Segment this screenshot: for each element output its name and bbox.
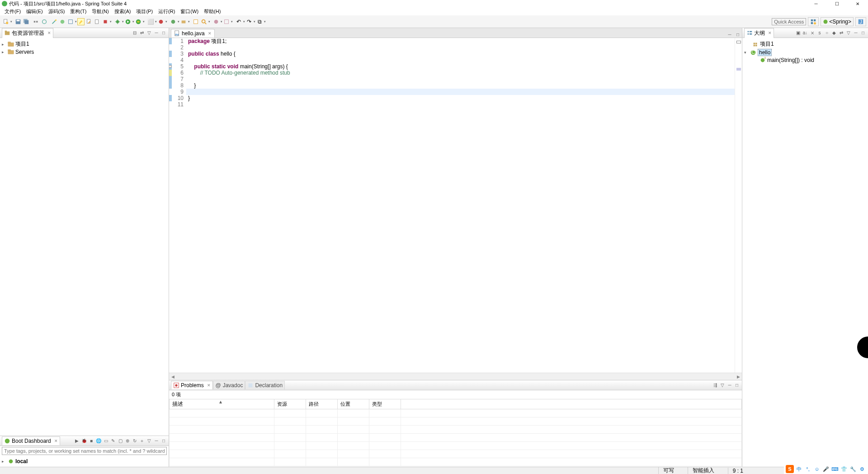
expand-icon[interactable]: ▸ <box>2 42 6 47</box>
boot-local-item[interactable]: ▸ local <box>2 458 167 465</box>
boot-filter-input[interactable] <box>2 447 167 455</box>
col-type[interactable]: 类型 <box>369 399 401 409</box>
stop-button[interactable] <box>102 18 109 25</box>
bd-filter-button[interactable]: ⊕ <box>124 438 131 444</box>
open-perspective-button[interactable] <box>808 17 819 26</box>
expand-icon[interactable]: ▸ <box>2 50 6 54</box>
maximize-view-button[interactable]: □ <box>160 438 167 444</box>
new-package-button[interactable] <box>180 18 187 25</box>
hide-static-button[interactable]: s <box>816 30 823 36</box>
hide-nonpublic-button[interactable]: ○ <box>824 30 830 36</box>
minimize-view-button[interactable]: ─ <box>153 30 160 36</box>
scroll-right-icon[interactable]: ▶ <box>735 374 742 379</box>
dropdown-icon[interactable]: ▾ <box>208 20 210 24</box>
profile-button[interactable] <box>67 18 74 25</box>
cn-icon[interactable]: 中 <box>795 465 803 473</box>
edit-source-button[interactable] <box>85 18 93 25</box>
boot-dashboard-tab[interactable]: Boot Dashboard ✕ <box>2 436 60 445</box>
mic-icon[interactable]: 🎤 <box>822 465 830 473</box>
maximize-view-button[interactable]: □ <box>160 30 167 36</box>
bd-refresh-button[interactable]: ↻ <box>132 438 138 444</box>
dropdown-icon[interactable]: ▾ <box>254 20 255 24</box>
overview-ruler[interactable] <box>735 38 742 373</box>
run-relaunch-button[interactable]: ⬜ <box>147 18 154 25</box>
pin-button[interactable]: ⧉ <box>256 18 263 25</box>
bd-browser-button[interactable]: 🌐 <box>95 438 102 444</box>
forward-button[interactable]: ↷ <box>245 18 253 25</box>
open-task-button[interactable] <box>212 18 220 25</box>
editor-body[interactable]: - 1234567891011 package 项目1;public class… <box>169 38 742 373</box>
expand-icon[interactable]: ▸ <box>2 459 6 464</box>
keyboard-icon[interactable]: ⌨ <box>831 465 839 473</box>
col-location[interactable]: 位置 <box>338 399 369 409</box>
save-all-button[interactable] <box>23 18 30 25</box>
toggle-breadcrumb-button[interactable] <box>33 18 40 25</box>
back-button[interactable]: ↶ <box>235 18 242 25</box>
minimize-view-button[interactable]: ─ <box>853 30 859 36</box>
outline-package-item[interactable]: 项目1 <box>744 40 866 48</box>
col-path[interactable]: 路径 <box>306 399 338 409</box>
outline-class-item[interactable]: ▾ C hello <box>744 48 866 57</box>
hide-local-button[interactable]: ◆ <box>831 30 837 36</box>
new-class-button[interactable] <box>170 18 177 25</box>
view-menu-button[interactable]: ▽ <box>146 30 152 36</box>
bd-add-button[interactable]: ＋ <box>139 438 145 444</box>
tree-item-project1[interactable]: ▸ 项目1 <box>2 40 167 48</box>
close-icon[interactable]: ✕ <box>47 31 51 35</box>
dropdown-icon[interactable]: ▾ <box>178 20 179 24</box>
emoji-icon[interactable]: ☺ <box>813 465 821 473</box>
punct-icon[interactable]: °, <box>804 465 812 473</box>
close-icon[interactable]: ✕ <box>768 31 772 35</box>
maximize-view-button[interactable]: □ <box>734 382 740 389</box>
debug-button[interactable] <box>114 18 121 25</box>
close-button[interactable]: ✕ <box>847 0 868 7</box>
perspective-java[interactable]: J <box>855 17 866 26</box>
skin-icon[interactable]: 👕 <box>840 465 848 473</box>
close-icon[interactable]: ✕ <box>208 31 212 36</box>
menu-source[interactable]: 源码(S) <box>46 7 68 16</box>
new-button[interactable] <box>2 18 9 25</box>
col-resource[interactable]: 资源 <box>274 399 306 409</box>
perspective-spring[interactable]: <Spring> <box>821 17 854 26</box>
tree-item-servers[interactable]: ▸ Servers <box>2 48 167 56</box>
bd-run-button[interactable]: ▶ <box>74 438 80 444</box>
editor-maximize-button[interactable]: □ <box>735 31 741 38</box>
col-description[interactable]: 描述▴ <box>170 399 274 409</box>
menu-run[interactable]: 运行(R) <box>156 7 178 16</box>
bd-edit-button[interactable]: ✎ <box>110 438 116 444</box>
problems-tab[interactable]: Problems ✕ <box>171 381 213 389</box>
maximize-button[interactable]: ☐ <box>826 0 847 7</box>
search-button[interactable] <box>200 18 208 25</box>
collapse-icon[interactable]: ▾ <box>744 50 749 55</box>
sogou-icon[interactable]: S <box>786 465 794 473</box>
dropdown-icon[interactable]: ▾ <box>10 20 12 24</box>
minimize-view-button[interactable]: ─ <box>726 382 733 389</box>
menu-navigate[interactable]: 导航(N) <box>89 7 111 16</box>
bd-menu-button[interactable]: ▽ <box>146 438 152 444</box>
scroll-left-icon[interactable]: ◀ <box>169 374 176 379</box>
editor-tab-hello[interactable]: J hello.java ✕ <box>171 29 215 38</box>
wand-button[interactable] <box>51 18 58 25</box>
link-editor-button[interactable]: ⇄ <box>139 30 145 36</box>
editor-hscroll[interactable]: ◀ ▶ <box>169 373 742 380</box>
dropdown-icon[interactable]: ▾ <box>155 20 157 24</box>
code-area[interactable]: package 项目1;public class hello { public … <box>186 38 735 373</box>
outline-method-item[interactable]: s main(String[]) : void <box>744 57 866 64</box>
close-icon[interactable]: ✕ <box>207 383 211 388</box>
dropdown-icon[interactable]: ▾ <box>221 20 222 24</box>
problems-filter-button[interactable]: ⇶ <box>712 382 718 389</box>
dropdown-icon[interactable]: ▾ <box>243 20 245 24</box>
problems-menu-button[interactable]: ▽ <box>719 382 726 389</box>
declaration-tab[interactable]: Declaration <box>245 381 285 389</box>
bd-console-button[interactable]: ▭ <box>103 438 109 444</box>
link-editor-button[interactable]: ⇄ <box>838 30 844 36</box>
dropdown-icon[interactable]: ▾ <box>122 20 124 24</box>
settings-icon[interactable]: ⚙ <box>858 465 866 473</box>
dropdown-icon[interactable]: ▾ <box>132 20 134 24</box>
editor-minimize-button[interactable]: ─ <box>726 31 733 38</box>
javadoc-tab[interactable]: @ Javadoc <box>213 381 245 389</box>
menu-search[interactable]: 搜索(A) <box>112 7 134 16</box>
sort-button[interactable]: a↓ <box>802 30 808 36</box>
bd-debug-button[interactable]: 🐞 <box>81 438 87 444</box>
close-icon[interactable]: ✕ <box>54 439 58 443</box>
